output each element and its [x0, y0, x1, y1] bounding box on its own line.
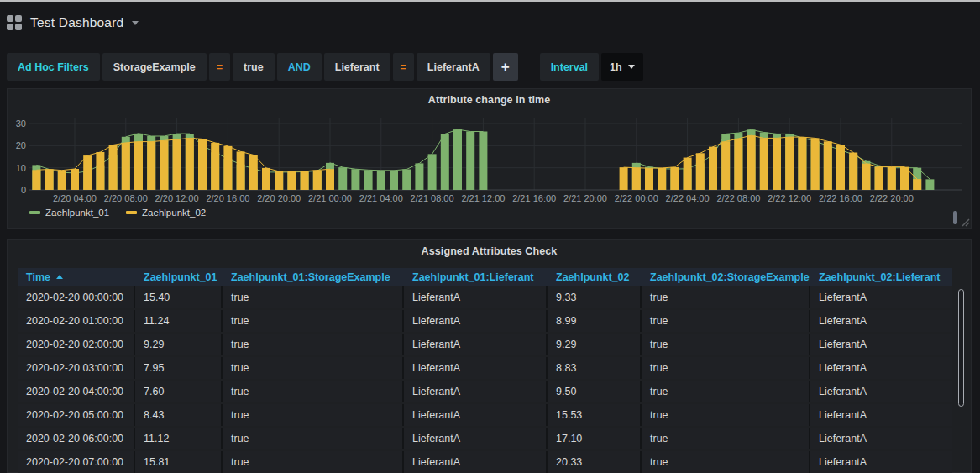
table-cell: true [642, 357, 810, 379]
table-cell: 15.53 [548, 404, 642, 426]
table-row: 2020-02-20 04:00:007.60trueLieferantA9.5… [18, 381, 952, 402]
chart-panel-scrollbar[interactable] [953, 211, 957, 224]
table-row: 2020-02-20 01:00:0011.24trueLieferantA8.… [18, 310, 952, 332]
chart-panel-title[interactable]: Attribute change in time [8, 94, 971, 106]
svg-text:2/21 12:00: 2/21 12:00 [461, 193, 505, 203]
table-panel: Assigned Attributes Check TimeZaehlpunkt… [7, 239, 972, 473]
svg-text:2/22 08:00: 2/22 08:00 [716, 193, 760, 203]
interval-value: 1h [610, 61, 622, 73]
panel-resize-handle[interactable] [962, 218, 970, 227]
table-cell: LieferantA [810, 357, 952, 379]
table-cell: true [642, 286, 810, 308]
table-cell: 20.33 [548, 451, 642, 473]
column-header-zaehlpunkt-02[interactable]: Zaehlpunkt_02 [548, 268, 642, 286]
table-row: 2020-02-20 06:00:0011.12trueLieferantA17… [18, 428, 952, 449]
series-color-swatch [29, 211, 40, 214]
interval-select[interactable]: 1h [601, 53, 643, 81]
table-cell: LieferantA [810, 310, 952, 332]
filter-operator-chip[interactable]: = [393, 53, 414, 81]
legend-item-zaehlpunkt-01[interactable]: Zaehlpunkt_01 [29, 208, 109, 218]
column-header-zaehlpunkt-01[interactable]: Zaehlpunkt_01 [135, 268, 223, 286]
grafana-dashboard: Test Dashboard Ad Hoc Filters StorageExa… [0, 0, 980, 473]
table-cell: true [642, 334, 810, 355]
svg-text:2/20 04:00: 2/20 04:00 [53, 193, 97, 203]
table-cell: 2020-02-20 03:00:00 [18, 357, 135, 379]
table-cell: LieferantA [810, 428, 952, 449]
dashboard-title[interactable]: Test Dashboard [30, 15, 123, 30]
table-cell: 2020-02-20 05:00:00 [18, 404, 135, 426]
svg-text:2/22 04:00: 2/22 04:00 [666, 193, 710, 203]
table-cell: 9.50 [548, 381, 642, 402]
table-cell: LieferantA [810, 381, 952, 402]
x-axis-labels: 2/20 04:002/20 08:002/20 12:002/20 16:00… [53, 193, 914, 203]
table-body: 2020-02-20 00:00:0015.40trueLieferantA9.… [18, 286, 952, 473]
table-cell: 17.10 [548, 428, 642, 449]
interval-label: Interval [540, 53, 599, 81]
table-cell: true [223, 310, 404, 332]
add-filter-button[interactable]: + [493, 53, 518, 81]
navbar: Test Dashboard [7, 8, 139, 37]
table-panel-title[interactable]: Assigned Attributes Check [8, 245, 971, 257]
svg-text:0: 0 [21, 185, 26, 195]
filter-value-chip[interactable]: true [233, 53, 275, 81]
column-header-zaehlpunkt-01-lieferant[interactable]: Zaehlpunkt_01:Lieferant [404, 268, 548, 286]
filter-bar: Ad Hoc Filters StorageExample = true AND… [7, 53, 646, 81]
table-cell: 8.99 [548, 310, 642, 332]
svg-text:2/20 08:00: 2/20 08:00 [104, 193, 148, 203]
filter-key-chip[interactable]: Lieferant [324, 53, 390, 81]
table-cell: LieferantA [404, 334, 548, 355]
filter-operator-chip[interactable]: = [209, 53, 230, 81]
table-cell: 2020-02-20 06:00:00 [18, 428, 135, 449]
svg-text:2/21 04:00: 2/21 04:00 [359, 193, 403, 203]
table-cell: LieferantA [810, 451, 952, 473]
table-cell: true [223, 381, 404, 402]
table-cell: true [642, 451, 810, 473]
column-header-zaehlpunkt-01-storageexample[interactable]: Zaehlpunkt_01:StorageExample [223, 268, 404, 286]
table-cell: LieferantA [404, 310, 548, 332]
svg-text:2/22 20:00: 2/22 20:00 [870, 193, 914, 203]
table-cell: 2020-02-20 01:00:00 [18, 310, 135, 332]
svg-text:10: 10 [16, 163, 26, 173]
column-header-time[interactable]: Time [18, 268, 135, 286]
table-cell: LieferantA [404, 404, 548, 426]
table-cell: LieferantA [404, 428, 548, 449]
table-cell: 11.24 [135, 310, 223, 332]
table-cell: true [223, 451, 404, 473]
table-scrollbar[interactable] [958, 289, 964, 407]
column-header-zaehlpunkt-02-storageexample[interactable]: Zaehlpunkt_02:StorageExample [642, 268, 810, 286]
filter-key-chip[interactable]: StorageExample [102, 53, 207, 81]
table-cell: 11.12 [135, 428, 223, 449]
dashboard-grid-icon[interactable] [7, 15, 22, 30]
table-cell: LieferantA [810, 334, 952, 355]
chart-panel: 01020302/20 04:002/20 08:002/20 12:002/2… [7, 88, 972, 229]
series-zaehlpunkt_02 [32, 135, 921, 190]
table-cell: true [223, 334, 404, 355]
svg-text:2/20 12:00: 2/20 12:00 [155, 193, 199, 203]
table-cell: true [642, 428, 810, 449]
table-cell: 7.60 [135, 381, 223, 402]
chevron-down-icon[interactable] [132, 21, 139, 25]
table-cell: true [223, 357, 404, 379]
adhoc-filters-label: Ad Hoc Filters [7, 53, 100, 81]
table-cell: true [642, 404, 810, 426]
y-axis-labels: 0102030 [16, 118, 26, 195]
table-cell: true [223, 428, 404, 449]
legend-item-zaehlpunkt-02[interactable]: Zaehlpunkt_02 [126, 208, 206, 218]
column-header-zaehlpunkt-02-lieferant[interactable]: Zaehlpunkt_02:Lieferant [810, 268, 952, 286]
sort-ascending-icon [56, 275, 63, 279]
chart-legend: Zaehlpunkt_01 Zaehlpunkt_02 [29, 208, 206, 218]
table-cell: true [642, 310, 810, 332]
table-cell: 9.29 [135, 334, 223, 355]
chevron-down-icon [628, 65, 635, 69]
svg-text:20: 20 [16, 140, 26, 150]
table-cell: true [642, 381, 810, 402]
svg-text:2/21 00:00: 2/21 00:00 [308, 193, 352, 203]
series-color-swatch [126, 211, 137, 214]
svg-text:2/21 16:00: 2/21 16:00 [512, 193, 556, 203]
table-row: 2020-02-20 02:00:009.29trueLieferantA9.2… [18, 334, 952, 355]
filter-condition-chip[interactable]: AND [277, 53, 322, 81]
svg-text:2/20 20:00: 2/20 20:00 [257, 193, 301, 203]
svg-text:30: 30 [16, 118, 26, 129]
filter-value-chip[interactable]: LieferantA [417, 53, 490, 81]
svg-text:2/21 20:00: 2/21 20:00 [563, 193, 607, 203]
